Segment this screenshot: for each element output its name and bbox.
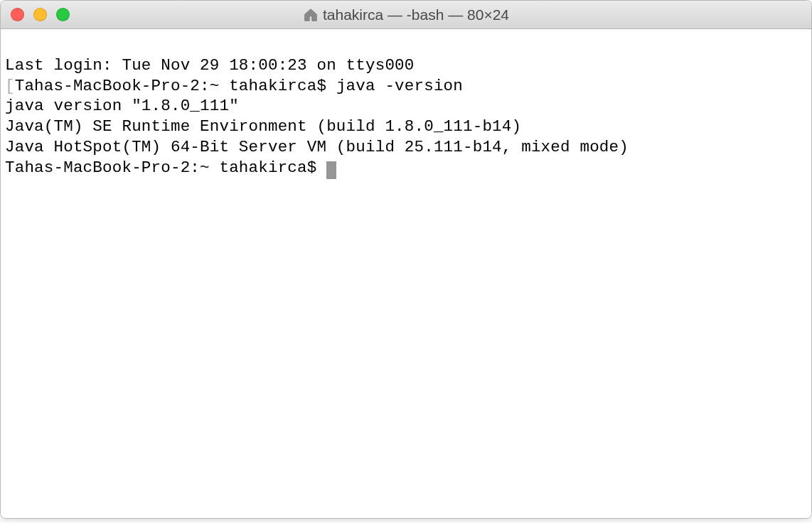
close-button[interactable] <box>11 8 24 21</box>
zoom-button[interactable] <box>56 8 70 21</box>
window-title-container: tahakirca — -bash — 80×24 <box>303 6 509 23</box>
minimize-button[interactable] <box>33 8 47 21</box>
prompt: Tahas-MacBook-Pro-2:~ tahakirca$ <box>15 77 336 95</box>
terminal-line: java version "1.8.0_111" <box>5 96 807 117</box>
home-icon <box>303 7 319 23</box>
prompt: Tahas-MacBook-Pro-2:~ tahakirca$ <box>5 158 326 177</box>
terminal-line: Java(TM) SE Runtime Environment (build 1… <box>5 117 807 137</box>
terminal-body[interactable]: Last login: Tue Nov 29 18:00:23 on ttys0… <box>1 29 811 518</box>
window-title: tahakirca — -bash — 80×24 <box>323 6 509 23</box>
terminal-line: Tahas-MacBook-Pro-2:~ tahakirca$ <box>5 158 807 178</box>
terminal-line: Java HotSpot(TM) 64-Bit Server VM (build… <box>5 137 807 158</box>
traffic-lights <box>11 8 70 21</box>
cursor <box>326 161 336 179</box>
terminal-window: tahakirca — -bash — 80×24 Last login: Tu… <box>0 0 812 519</box>
command: java -version <box>336 77 463 95</box>
titlebar[interactable]: tahakirca — -bash — 80×24 <box>1 1 811 29</box>
terminal-line: Last login: Tue Nov 29 18:00:23 on ttys0… <box>5 55 807 76</box>
terminal-line: [Tahas-MacBook-Pro-2:~ tahakirca$ java -… <box>5 76 807 97</box>
